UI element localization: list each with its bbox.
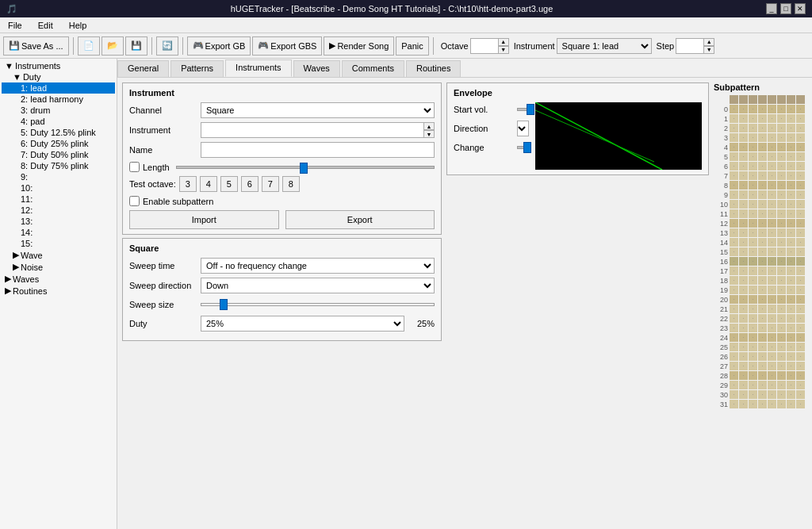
- subpattern-cell[interactable]: ·: [758, 257, 767, 266]
- subpattern-cell[interactable]: ·: [758, 228, 767, 237]
- subpattern-cell[interactable]: ·: [787, 400, 795, 408]
- subpattern-cell[interactable]: ·: [730, 200, 738, 209]
- subpattern-cell[interactable]: ·: [777, 314, 786, 323]
- subpattern-cell[interactable]: ·: [749, 295, 757, 304]
- subpattern-cell[interactable]: ·: [749, 371, 757, 380]
- octave-4-button[interactable]: 4: [200, 176, 217, 192]
- octave-5-button[interactable]: 5: [220, 176, 238, 192]
- subpattern-cell[interactable]: ·: [739, 209, 748, 218]
- subpattern-cell[interactable]: ·: [749, 219, 757, 228]
- subpattern-cell[interactable]: ·: [768, 171, 776, 180]
- subpattern-cell[interactable]: ·: [749, 390, 757, 399]
- subpattern-cell[interactable]: ·: [749, 171, 757, 180]
- subpattern-cell[interactable]: ·: [730, 228, 738, 237]
- subpattern-cell[interactable]: ·: [777, 228, 786, 237]
- subpattern-cell[interactable]: ·: [730, 219, 738, 228]
- length-checkbox[interactable]: [129, 162, 140, 172]
- sidebar-item-4-pad[interactable]: 4: pad: [2, 116, 115, 127]
- subpattern-cell[interactable]: ·: [739, 314, 748, 323]
- subpattern-cell[interactable]: ·: [777, 247, 786, 256]
- subpattern-cell[interactable]: ·: [730, 400, 738, 408]
- subpattern-cell[interactable]: ·: [796, 133, 805, 142]
- subpattern-cell[interactable]: ·: [787, 143, 795, 151]
- subpattern-cell[interactable]: ·: [730, 171, 738, 180]
- subpattern-cell[interactable]: ·: [796, 228, 805, 237]
- sidebar-item-12[interactable]: 12:: [2, 205, 115, 216]
- subpattern-cell[interactable]: ·: [730, 257, 738, 266]
- subpattern-cell[interactable]: ·: [739, 324, 748, 332]
- subpattern-cell[interactable]: ·: [777, 381, 786, 389]
- subpattern-cell[interactable]: ·: [758, 124, 767, 132]
- octave-3-button[interactable]: 3: [179, 176, 197, 192]
- subpattern-cell[interactable]: ·: [796, 295, 805, 304]
- step-input[interactable]: 0: [676, 38, 703, 54]
- subpattern-cell[interactable]: ·: [768, 333, 776, 342]
- subpattern-cell[interactable]: ·: [787, 371, 795, 380]
- subpattern-cell[interactable]: ·: [796, 152, 805, 161]
- subpattern-cell[interactable]: ·: [730, 238, 738, 247]
- subpattern-cell[interactable]: ·: [739, 276, 748, 285]
- subpattern-cell[interactable]: ·: [768, 143, 776, 151]
- subpattern-cell[interactable]: ·: [796, 181, 805, 190]
- subpattern-cell[interactable]: ·: [749, 162, 757, 171]
- subpattern-cell[interactable]: ·: [777, 152, 786, 161]
- subpattern-cell[interactable]: ·: [777, 162, 786, 171]
- sidebar-item-15[interactable]: 15:: [2, 238, 115, 249]
- subpattern-cell[interactable]: ·: [787, 390, 795, 399]
- sidebar-item-10[interactable]: 10:: [2, 182, 115, 194]
- subpattern-cell[interactable]: ·: [796, 209, 805, 218]
- subpattern-cell[interactable]: ·: [787, 305, 795, 313]
- subpattern-cell[interactable]: ·: [739, 162, 748, 171]
- subpattern-cell[interactable]: ·: [768, 114, 776, 123]
- subpattern-cell[interactable]: ·: [739, 105, 748, 113]
- subpattern-cell[interactable]: ·: [749, 400, 757, 408]
- subpattern-cell[interactable]: ·: [787, 228, 795, 237]
- subpattern-cell[interactable]: ·: [796, 266, 805, 275]
- subpattern-cell[interactable]: ·: [730, 181, 738, 190]
- octave-input[interactable]: 0: [470, 38, 498, 54]
- subpattern-cell[interactable]: ·: [796, 247, 805, 256]
- subpattern-cell[interactable]: ·: [787, 314, 795, 323]
- subpattern-cell[interactable]: ·: [768, 266, 776, 275]
- subpattern-cell[interactable]: ·: [749, 343, 757, 351]
- subpattern-cell[interactable]: ·: [749, 181, 757, 190]
- toolbar-refresh-button[interactable]: 🔄: [156, 36, 178, 56]
- sidebar-item-13[interactable]: 13:: [2, 216, 115, 227]
- subpattern-cell[interactable]: ·: [758, 171, 767, 180]
- subpattern-cell[interactable]: ·: [749, 200, 757, 209]
- subpattern-cell[interactable]: ·: [777, 219, 786, 228]
- instrument-number-down-button[interactable]: ▼: [423, 130, 435, 138]
- subpattern-cell[interactable]: ·: [796, 200, 805, 209]
- subpattern-cell[interactable]: ·: [768, 228, 776, 237]
- subpattern-cell[interactable]: ·: [796, 190, 805, 199]
- import-button[interactable]: Import: [129, 210, 279, 229]
- subpattern-cell[interactable]: ·: [730, 124, 738, 132]
- subpattern-cell[interactable]: ·: [787, 124, 795, 132]
- close-button[interactable]: ✕: [795, 3, 806, 14]
- octave-7-button[interactable]: 7: [262, 176, 279, 192]
- subpattern-cell[interactable]: ·: [758, 133, 767, 142]
- subpattern-cell[interactable]: ·: [777, 114, 786, 123]
- subpattern-cell[interactable]: ·: [777, 171, 786, 180]
- subpattern-cell[interactable]: ·: [768, 209, 776, 218]
- subpattern-cell[interactable]: ·: [796, 343, 805, 351]
- subpattern-cell[interactable]: ·: [777, 200, 786, 209]
- subpattern-cell[interactable]: ·: [787, 343, 795, 351]
- subpattern-cell[interactable]: ·: [768, 200, 776, 209]
- subpattern-cell[interactable]: ·: [730, 295, 738, 304]
- start-vol-thumb[interactable]: [527, 104, 534, 115]
- subpattern-cell[interactable]: ·: [749, 238, 757, 247]
- subpattern-cell[interactable]: ·: [768, 124, 776, 132]
- subpattern-cell[interactable]: ·: [768, 343, 776, 351]
- subpattern-cell[interactable]: ·: [758, 333, 767, 342]
- subpattern-cell[interactable]: ·: [796, 171, 805, 180]
- step-down-button[interactable]: ▼: [703, 46, 714, 54]
- subpattern-cell[interactable]: ·: [739, 152, 748, 161]
- subpattern-cell[interactable]: ·: [777, 257, 786, 266]
- subpattern-cell[interactable]: ·: [796, 162, 805, 171]
- subpattern-cell[interactable]: ·: [758, 209, 767, 218]
- subpattern-cell[interactable]: ·: [777, 295, 786, 304]
- subpattern-cell[interactable]: ·: [758, 247, 767, 256]
- subpattern-cell[interactable]: ·: [739, 257, 748, 266]
- subpattern-cell[interactable]: ·: [739, 343, 748, 351]
